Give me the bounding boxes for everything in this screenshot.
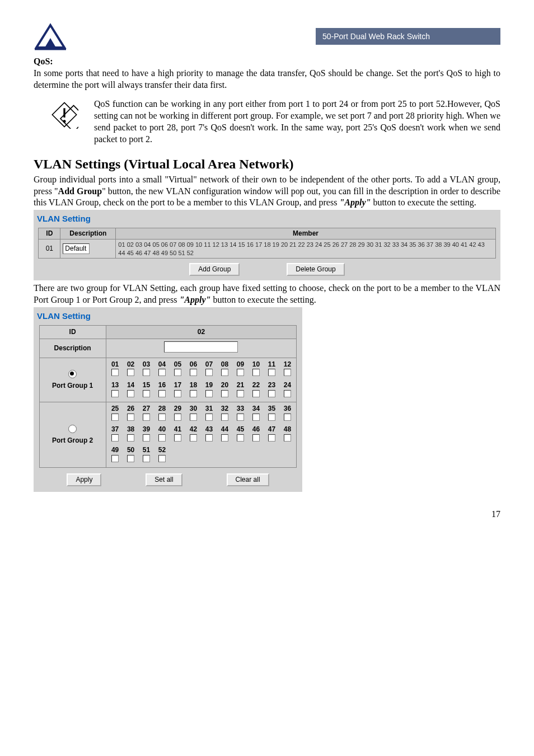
port-label: 11 — [265, 360, 278, 369]
group2-cell: Port Group 2 — [39, 402, 106, 468]
port-checkbox[interactable] — [221, 434, 228, 442]
port-checkbox[interactable] — [174, 369, 181, 376]
port-label: 32 — [218, 405, 231, 414]
vlan-para2-after: button to execute the setting. — [210, 295, 316, 304]
port-checkbox[interactable] — [268, 390, 275, 397]
port-checkbox[interactable] — [252, 414, 260, 421]
port-label: 34 — [249, 405, 263, 414]
port-label: 36 — [280, 405, 294, 414]
port-label: 17 — [171, 381, 185, 390]
port-label: 30 — [187, 405, 200, 414]
port-label: 41 — [171, 425, 185, 434]
port-checkbox[interactable] — [111, 414, 119, 421]
vlan-edit-table: ID 02 Description Port Group 1 010203040… — [39, 325, 297, 468]
port-checkbox[interactable] — [237, 414, 244, 421]
set-all-button[interactable]: Set all — [146, 473, 182, 487]
port-checkbox[interactable] — [111, 434, 119, 442]
port-label: 25 — [109, 405, 122, 414]
svg-point-4 — [63, 120, 66, 123]
col-desc: Description — [60, 228, 116, 240]
port-label: 01 — [109, 360, 122, 369]
add-group-button[interactable]: Add Group — [189, 263, 240, 276]
group1-ports: 010203040506070809101112 131415161718192… — [106, 358, 297, 402]
port-checkbox[interactable] — [158, 414, 166, 421]
port-label: 02 — [124, 360, 138, 369]
id-value: 02 — [106, 325, 297, 339]
port-checkbox[interactable] — [205, 414, 213, 421]
port-label: 06 — [187, 360, 200, 369]
port-checkbox[interactable] — [174, 414, 181, 421]
port-checkbox[interactable] — [174, 434, 181, 442]
col-member: Member — [116, 228, 495, 240]
port-label: 24 — [280, 381, 294, 390]
port-checkbox[interactable] — [190, 390, 197, 397]
clear-all-button[interactable]: Clear all — [227, 473, 269, 487]
port-label: 29 — [171, 405, 185, 414]
port-checkbox[interactable] — [268, 414, 275, 421]
port-checkbox[interactable] — [205, 369, 213, 376]
description-input[interactable] — [164, 341, 238, 353]
group1-radio[interactable] — [68, 370, 77, 378]
port-checkbox[interactable] — [237, 390, 244, 397]
group2-radio[interactable] — [68, 425, 77, 433]
vlan-table-header: ID Description Member — [39, 228, 495, 240]
port-checkbox[interactable] — [221, 414, 228, 421]
port-checkbox[interactable] — [284, 369, 291, 376]
port-checkbox[interactable] — [158, 455, 166, 462]
port-checkbox[interactable] — [190, 434, 197, 442]
port-checkbox[interactable] — [205, 390, 213, 397]
port-label: 20 — [218, 381, 231, 390]
port-label: 05 — [171, 360, 185, 369]
port-label: 16 — [156, 381, 169, 390]
port-checkbox[interactable] — [111, 455, 119, 462]
port-label: 31 — [202, 405, 216, 414]
row-group1: Port Group 1 010203040506070809101112 13… — [39, 358, 297, 402]
port-checkbox[interactable] — [158, 369, 166, 376]
qos-note: QoS function can be working in any port … — [50, 98, 500, 145]
port-label: 19 — [202, 381, 216, 390]
port-checkbox[interactable] — [205, 434, 213, 442]
port-checkbox[interactable] — [174, 390, 181, 397]
port-label: 15 — [140, 381, 153, 390]
port-checkbox[interactable] — [111, 369, 119, 376]
desc-input[interactable]: Default — [63, 243, 90, 255]
product-banner: 50-Port Dual Web Rack Switch — [316, 28, 500, 45]
port-label: 35 — [265, 405, 278, 414]
port-checkbox[interactable] — [127, 414, 134, 421]
port-checkbox[interactable] — [284, 390, 291, 397]
port-checkbox[interactable] — [221, 369, 228, 376]
port-checkbox[interactable] — [237, 434, 244, 442]
port-checkbox[interactable] — [268, 434, 275, 442]
port-checkbox[interactable] — [158, 390, 166, 397]
delete-group-button[interactable]: Delete Group — [287, 263, 344, 276]
apply-button[interactable]: Apply — [67, 473, 101, 487]
port-checkbox[interactable] — [237, 369, 244, 376]
port-checkbox[interactable] — [190, 369, 197, 376]
port-checkbox[interactable] — [127, 390, 134, 397]
qos-label: QoS: — [34, 57, 53, 66]
port-checkbox[interactable] — [221, 390, 228, 397]
port-checkbox[interactable] — [143, 455, 150, 462]
port-label: 08 — [218, 360, 231, 369]
port-checkbox[interactable] — [252, 434, 260, 442]
port-label: 46 — [249, 425, 263, 434]
desc-cell — [106, 339, 297, 358]
port-checkbox[interactable] — [268, 369, 275, 376]
port-checkbox[interactable] — [143, 414, 150, 421]
port-checkbox[interactable] — [127, 369, 134, 376]
port-checkbox[interactable] — [284, 414, 291, 421]
port-checkbox[interactable] — [143, 369, 150, 376]
port-label: 39 — [140, 425, 153, 434]
port-checkbox[interactable] — [252, 390, 260, 397]
port-checkbox[interactable] — [127, 434, 134, 442]
port-checkbox[interactable] — [190, 414, 197, 421]
port-checkbox[interactable] — [127, 455, 134, 462]
port-label: 49 — [109, 446, 122, 455]
port-checkbox[interactable] — [143, 390, 150, 397]
port-label: 03 — [140, 360, 153, 369]
port-checkbox[interactable] — [143, 434, 150, 442]
port-checkbox[interactable] — [158, 434, 166, 442]
port-checkbox[interactable] — [111, 390, 119, 397]
port-checkbox[interactable] — [252, 369, 260, 376]
port-checkbox[interactable] — [284, 434, 291, 442]
